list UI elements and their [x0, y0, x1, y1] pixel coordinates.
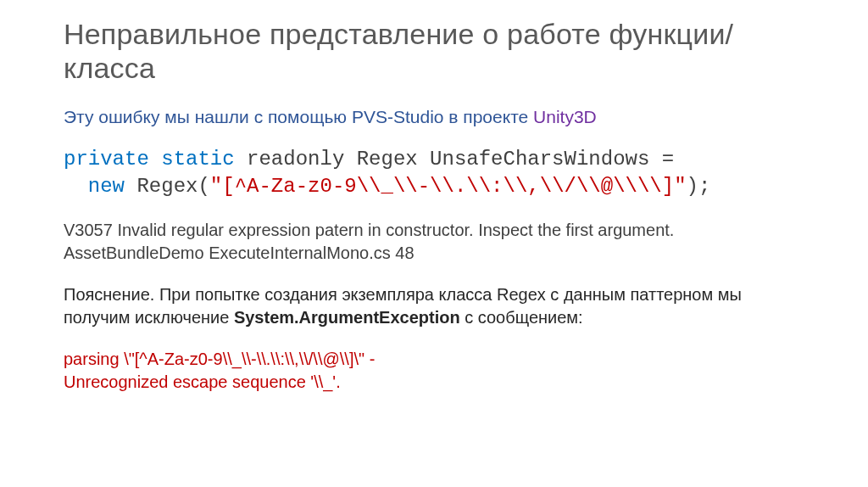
keyword-new: new: [88, 175, 125, 198]
code-block: private static readonly Regex UnsafeChar…: [64, 146, 804, 201]
warning-text: V3057 Invalid regular expression patern …: [64, 219, 804, 265]
code-call: Regex(: [125, 175, 210, 198]
exception-name: System.ArgumentException: [234, 308, 460, 327]
error-message: parsing \"[^A-Za-z0-9\\_\\-\\.\\:\\,\\/\…: [64, 348, 804, 394]
project-name: Unity3D: [533, 107, 597, 126]
keyword-static: static: [161, 148, 234, 171]
explanation-text: Пояснение. При попытке создания экземпля…: [64, 283, 804, 329]
code-decl: readonly Regex UnsafeCharsWindows =: [235, 148, 674, 171]
slide-title: Неправильное представление о работе функ…: [64, 17, 804, 85]
code-end: );: [687, 175, 711, 198]
error-line-1: parsing \"[^A-Za-z0-9\\_\\-\\.\\:\\,\\/\…: [64, 350, 375, 368]
subtitle-prefix: Эту ошибку мы нашли с помощью PVS-Studio…: [64, 107, 533, 126]
explain-suffix: с сообщением:: [460, 308, 583, 327]
string-literal: "[^A-Za-z0-9\\_\\-\\.\\:\\,\\/\\@\\\\]": [210, 175, 687, 198]
slide-subtitle: Эту ошибку мы нашли с помощью PVS-Studio…: [64, 105, 804, 128]
keyword-private: private: [64, 148, 149, 171]
error-line-2: Unrecognized escape sequence '\\_'.: [64, 372, 341, 391]
